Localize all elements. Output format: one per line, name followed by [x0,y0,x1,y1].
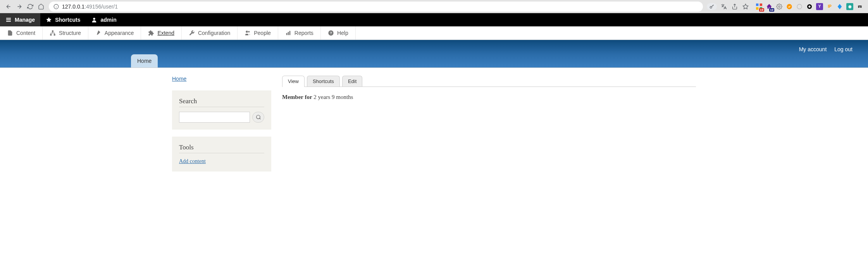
svg-rect-24 [52,30,53,32]
wrench-icon [189,30,195,36]
svg-point-13 [787,4,792,9]
shortcuts-menu-button[interactable]: Shortcuts [40,13,86,26]
main-content: View Shortcuts Edit Member for 2 years 9… [282,76,696,178]
svg-point-23 [93,18,95,20]
svg-point-3 [710,6,712,8]
svg-point-17 [858,6,859,8]
user-links: My account Log out [799,46,852,52]
search-button[interactable] [252,112,264,123]
extension-teal-icon[interactable]: ◉ [846,3,853,10]
tab-view[interactable]: View [282,76,305,87]
url-bar[interactable]: 127.0.0.1:49156/user/1 [49,2,703,12]
admin-menu-content[interactable]: Content [0,26,43,40]
svg-point-16 [808,5,810,7]
tools-heading: Tools [179,144,264,153]
site-header: My account Log out Home [0,40,868,68]
people-icon [245,30,251,36]
share-icon[interactable] [731,3,739,10]
search-input[interactable] [179,112,250,123]
translate-icon[interactable] [720,3,728,10]
tools-block: Tools Add content [172,137,271,172]
extension-orange-icon[interactable] [786,3,793,10]
extension-badge-red[interactable]: 19 [756,3,763,10]
extension-badge-purple[interactable]: 10 [766,3,773,10]
search-block: Search [172,90,271,130]
admin-menu: Content Structure Appearance Extend Conf… [0,26,868,40]
member-for-value: 2 years 9 months [313,94,353,100]
svg-point-12 [778,6,780,7]
search-heading: Search [179,97,264,107]
admin-top-toolbar: Manage Shortcuts admin [0,13,868,26]
paintbrush-icon [95,30,102,36]
tab-shortcuts[interactable]: Shortcuts [307,76,340,87]
admin-menu-people[interactable]: People [238,26,278,40]
svg-line-5 [713,5,714,5]
browser-back-button[interactable] [3,1,14,12]
browser-home-button[interactable] [36,1,46,12]
extension-incognito-icon[interactable] [856,3,863,10]
primary-nav-home[interactable]: Home [131,54,158,68]
bookmark-star-icon[interactable] [742,3,749,10]
site-info-icon[interactable] [53,4,59,9]
breadcrumb: Home [172,76,271,82]
svg-point-31 [246,31,248,33]
log-out-link[interactable]: Log out [834,46,852,52]
browser-forward-button[interactable] [14,1,25,12]
tab-edit[interactable]: Edit [342,76,362,87]
svg-point-38 [256,115,260,119]
tabs: View Shortcuts Edit [282,76,696,87]
shortcuts-label: Shortcuts [55,17,80,23]
extension-gray-icon[interactable] [796,3,803,10]
url-text: 127.0.0.1:49156/user/1 [62,3,118,10]
svg-point-32 [248,31,250,33]
svg-text:?: ? [330,31,332,35]
member-for-label: Member for [282,94,312,100]
svg-marker-22 [46,17,51,22]
bar-chart-icon [285,30,291,36]
extension-icons: 19 10 Y IP ◉ [754,3,865,10]
star-icon [46,17,52,23]
admin-menu-structure[interactable]: Structure [43,26,88,40]
svg-rect-10 [756,7,758,9]
password-key-icon[interactable] [707,3,717,10]
svg-rect-33 [286,33,288,35]
svg-rect-34 [288,32,289,35]
manage-menu-button[interactable]: Manage [0,13,40,26]
manage-label: Manage [15,17,35,23]
svg-rect-8 [756,3,758,6]
extension-y-icon[interactable]: Y [816,3,823,10]
breadcrumb-home[interactable]: Home [172,76,186,82]
user-icon [91,17,97,23]
puzzle-icon [148,30,154,36]
svg-rect-9 [760,3,762,6]
svg-rect-26 [54,34,55,36]
admin-menu-reports[interactable]: Reports [278,26,321,40]
hamburger-icon [5,17,12,23]
extension-gear-icon[interactable] [776,3,783,10]
member-for-line: Member for 2 years 9 months [282,94,696,101]
browser-reload-button[interactable] [25,1,36,12]
svg-line-6 [713,5,713,6]
svg-line-39 [259,118,260,120]
svg-point-14 [797,4,802,9]
svg-point-18 [860,6,862,8]
admin-menu-appearance[interactable]: Appearance [88,26,141,40]
browser-chrome: 127.0.0.1:49156/user/1 19 10 [0,0,868,13]
help-icon: ? [328,30,334,36]
extension-ip-icon[interactable]: IP [826,3,833,10]
admin-menu-help[interactable]: ? Help [321,26,356,40]
sitemap-icon [50,30,56,36]
search-icon [256,114,261,120]
sidebar: Home Search Tools Add content [172,76,271,178]
extension-blue-v-icon[interactable] [836,3,843,10]
add-content-link[interactable]: Add content [179,158,206,164]
content-wrap: Home Search Tools Add content View Short… [155,68,713,178]
document-icon [7,30,13,36]
extension-circle-icon[interactable] [806,3,813,10]
my-account-link[interactable]: My account [799,46,827,52]
browser-toolbar-icons [705,3,751,10]
admin-menu-configuration[interactable]: Configuration [182,26,238,40]
svg-rect-35 [289,31,291,35]
admin-menu-extend[interactable]: Extend [141,26,182,40]
user-menu-button[interactable]: admin [86,13,122,26]
